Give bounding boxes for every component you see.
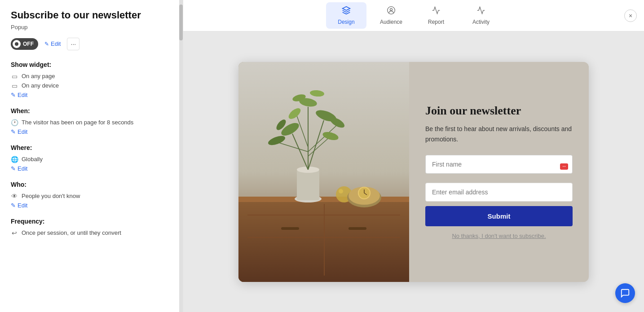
left-panel: Subscribe to our newsletter Popup OFF ✎ … — [0, 0, 183, 312]
tab-design-label: Design — [338, 19, 354, 25]
right-panel: Design Audience Report — [183, 0, 644, 312]
page-title: Subscribe to our newsletter — [11, 9, 172, 22]
when-title: When: — [11, 107, 172, 114]
scrollbar-thumb[interactable] — [179, 4, 183, 40]
device-icon: ▭ — [11, 82, 18, 89]
chat-bubble-button[interactable] — [615, 283, 635, 303]
frequency-section: Frequency: ↩ Once per session, or until … — [11, 218, 172, 237]
when-description: The visitor has been on page for 8 secon… — [22, 119, 133, 126]
who-item: 👁 People you don't know — [11, 193, 172, 200]
when-section: When: 🕐 The visitor has been on page for… — [11, 107, 172, 135]
popup-image-side — [238, 62, 409, 282]
show-widget-title: Show widget: — [11, 61, 172, 68]
edit-icon-where: ✎ — [11, 165, 16, 172]
input-badge: ··· — [560, 163, 568, 170]
on-any-page-label: On any page — [22, 73, 55, 79]
person-icon: 👁 — [11, 193, 18, 200]
edit-button[interactable]: ✎ Edit — [42, 39, 63, 49]
toggle-circle — [13, 40, 21, 48]
svg-rect-9 — [348, 227, 366, 230]
where-section: Where: 🌐 Globally ✎ Edit — [11, 144, 172, 172]
on-any-device-label: On any device — [22, 82, 59, 89]
svg-rect-8 — [281, 227, 299, 230]
where-item: 🌐 Globally — [11, 156, 172, 163]
edit-label: Edit — [51, 40, 61, 47]
more-icon: ··· — [71, 40, 76, 48]
first-name-input[interactable] — [425, 155, 573, 174]
svg-rect-7 — [324, 204, 325, 276]
frequency-icon: ↩ — [11, 229, 18, 237]
more-button[interactable]: ··· — [67, 38, 79, 50]
show-widget-device-item: ▭ On any device — [11, 82, 172, 89]
close-icon: × — [629, 12, 632, 19]
edit-icon: ✎ — [44, 41, 49, 47]
email-input[interactable] — [425, 183, 573, 202]
plant-svg — [238, 62, 409, 282]
page-icon: ▭ — [11, 73, 18, 80]
where-edit-button[interactable]: ✎ Edit — [11, 165, 27, 172]
controls-row: OFF ✎ Edit ··· — [11, 38, 172, 50]
clock-icon: 🕐 — [11, 119, 18, 126]
submit-button[interactable]: Submit — [425, 206, 573, 226]
svg-point-0 — [388, 7, 395, 14]
tab-design[interactable]: Design — [326, 2, 366, 29]
show-widget-edit-button[interactable]: ✎ Edit — [11, 92, 27, 98]
tab-audience-label: Audience — [380, 19, 402, 25]
tab-audience[interactable]: Audience — [371, 2, 411, 29]
frequency-description: Once per session, or until they convert — [22, 229, 121, 236]
toggle-button[interactable]: OFF — [11, 38, 38, 50]
top-nav: Design Audience Report — [183, 0, 644, 31]
svg-rect-11 — [297, 170, 319, 200]
first-name-wrapper: ··· — [425, 155, 573, 178]
scrollbar-track[interactable] — [179, 0, 183, 312]
no-thanks-link[interactable]: No thanks, I don't want to subscribe. — [425, 233, 573, 239]
who-description: People you don't know — [22, 193, 80, 199]
preview-area: Join our newsletter Be the first to hear… — [183, 31, 644, 312]
globe-icon: 🌐 — [11, 156, 18, 163]
popup-image — [238, 62, 409, 282]
edit-icon-small: ✎ — [11, 92, 16, 98]
who-edit-button[interactable]: ✎ Edit — [11, 202, 27, 209]
report-icon — [432, 6, 441, 17]
submit-label: Submit — [488, 212, 511, 220]
where-title: Where: — [11, 144, 172, 151]
tab-report[interactable]: Report — [416, 2, 456, 29]
tab-activity-label: Activity — [472, 19, 490, 25]
toggle-label: OFF — [23, 41, 34, 47]
edit-icon-who: ✎ — [11, 202, 16, 209]
when-edit-button[interactable]: ✎ Edit — [11, 128, 27, 135]
popup-card: Join our newsletter Be the first to hear… — [238, 62, 589, 282]
edit-icon-when: ✎ — [11, 128, 16, 135]
frequency-title: Frequency: — [11, 218, 172, 225]
tab-activity[interactable]: Activity — [461, 2, 501, 29]
popup-subtitle: Popup — [11, 24, 172, 31]
audience-icon — [387, 6, 396, 17]
globally-label: Globally — [22, 156, 43, 163]
tab-report-label: Report — [428, 19, 444, 25]
popup-form-side: Join our newsletter Be the first to hear… — [409, 62, 589, 282]
svg-point-1 — [390, 9, 392, 11]
frequency-item: ↩ Once per session, or until they conver… — [11, 229, 172, 237]
show-widget-section: Show widget: ▭ On any page ▭ On any devi… — [11, 61, 172, 98]
activity-icon — [476, 6, 485, 17]
design-icon — [342, 6, 351, 17]
close-button[interactable]: × — [624, 9, 637, 22]
who-title: Who: — [11, 181, 172, 188]
svg-point-31 — [339, 189, 343, 193]
when-description-item: 🕐 The visitor has been on page for 8 sec… — [11, 119, 172, 126]
show-widget-page-item: ▭ On any page — [11, 73, 172, 80]
who-section: Who: 👁 People you don't know ✎ Edit — [11, 181, 172, 209]
svg-rect-4 — [238, 197, 409, 202]
popup-subtext: Be the first to hear about new arrivals,… — [425, 124, 573, 144]
popup-heading: Join our newsletter — [425, 104, 573, 118]
